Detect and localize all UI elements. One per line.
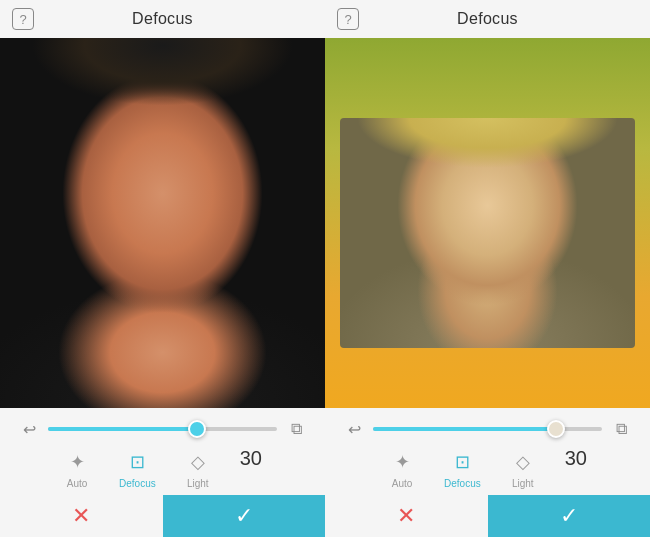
left-panel: ? Defocus ↩ ⧉ ✦ Auto ⊡ Defocus bbox=[0, 0, 325, 537]
left-light-icon: ◇ bbox=[184, 448, 212, 476]
left-auto-icon: ✦ bbox=[63, 448, 91, 476]
right-portrait bbox=[340, 118, 635, 348]
left-value: 30 bbox=[240, 448, 262, 468]
left-confirm-button[interactable]: ✓ bbox=[163, 495, 326, 537]
left-light-label: Light bbox=[187, 478, 209, 489]
right-copy-button[interactable]: ⧉ bbox=[610, 418, 632, 440]
right-controls: ↩ ⧉ ✦ Auto ⊡ Defocus ◇ Light 30 bbox=[325, 408, 650, 495]
left-tool-defocus[interactable]: ⊡ Defocus bbox=[119, 448, 156, 489]
left-undo-button[interactable]: ↩ bbox=[18, 418, 40, 440]
left-header: ? Defocus bbox=[0, 0, 325, 38]
right-defocus-icon: ⊡ bbox=[448, 448, 476, 476]
left-title: Defocus bbox=[132, 10, 193, 28]
right-light-label: Light bbox=[512, 478, 534, 489]
right-title: Defocus bbox=[457, 10, 518, 28]
left-tool-auto[interactable]: ✦ Auto bbox=[63, 448, 91, 489]
right-value-group: 30 bbox=[565, 448, 587, 470]
left-cancel-button[interactable]: ✕ bbox=[0, 495, 163, 537]
left-copy-button[interactable]: ⧉ bbox=[285, 418, 307, 440]
right-image-area bbox=[325, 38, 650, 408]
left-slider-thumb[interactable] bbox=[188, 420, 206, 438]
left-value-group: 30 bbox=[240, 448, 262, 470]
right-tool-light[interactable]: ◇ Light bbox=[509, 448, 537, 489]
right-slider-thumb[interactable] bbox=[547, 420, 565, 438]
left-defocus-label: Defocus bbox=[119, 478, 156, 489]
left-slider-fill bbox=[48, 427, 197, 431]
right-tool-auto[interactable]: ✦ Auto bbox=[388, 448, 416, 489]
left-auto-label: Auto bbox=[67, 478, 88, 489]
left-controls: ↩ ⧉ ✦ Auto ⊡ Defocus ◇ Light 30 bbox=[0, 408, 325, 495]
right-slider-fill bbox=[373, 427, 556, 431]
left-slider-row: ↩ ⧉ bbox=[10, 414, 315, 444]
right-panel: ? Defocus ↩ ⧉ ✦ Auto ⊡ Defocus bbox=[325, 0, 650, 537]
right-help-button[interactable]: ? bbox=[337, 8, 359, 30]
right-slider[interactable] bbox=[373, 427, 602, 431]
left-portrait bbox=[0, 38, 325, 408]
right-action-bar: ✕ ✓ bbox=[325, 495, 650, 537]
right-cancel-button[interactable]: ✕ bbox=[325, 495, 488, 537]
left-tool-light[interactable]: ◇ Light bbox=[184, 448, 212, 489]
right-auto-icon: ✦ bbox=[388, 448, 416, 476]
right-auto-label: Auto bbox=[392, 478, 413, 489]
left-action-bar: ✕ ✓ bbox=[0, 495, 325, 537]
right-tool-defocus[interactable]: ⊡ Defocus bbox=[444, 448, 481, 489]
left-image-area bbox=[0, 38, 325, 408]
left-tools-row: ✦ Auto ⊡ Defocus ◇ Light 30 bbox=[10, 444, 315, 491]
right-tools-row: ✦ Auto ⊡ Defocus ◇ Light 30 bbox=[335, 444, 640, 491]
right-light-icon: ◇ bbox=[509, 448, 537, 476]
right-header: ? Defocus bbox=[325, 0, 650, 38]
left-slider[interactable] bbox=[48, 427, 277, 431]
right-value: 30 bbox=[565, 448, 587, 468]
left-help-button[interactable]: ? bbox=[12, 8, 34, 30]
right-defocus-label: Defocus bbox=[444, 478, 481, 489]
left-defocus-icon: ⊡ bbox=[123, 448, 151, 476]
right-confirm-button[interactable]: ✓ bbox=[488, 495, 651, 537]
right-slider-row: ↩ ⧉ bbox=[335, 414, 640, 444]
right-undo-button[interactable]: ↩ bbox=[343, 418, 365, 440]
